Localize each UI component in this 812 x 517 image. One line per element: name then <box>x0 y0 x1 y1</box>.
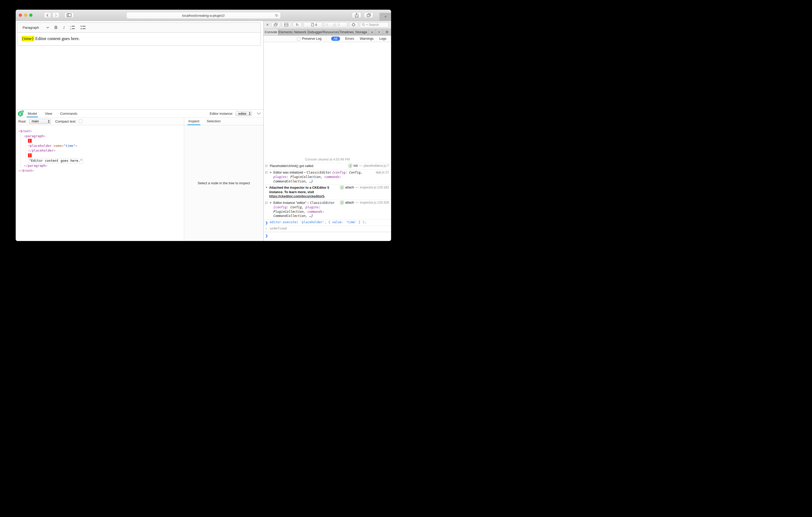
tab-model[interactable]: Model <box>27 110 37 117</box>
tab-view[interactable]: View <box>44 110 53 117</box>
close-devtools-button[interactable]: ✕ <box>266 23 269 27</box>
source-location-link[interactable]: inspector.js:133:182 <box>360 186 389 189</box>
devtools-tab-resources[interactable]: Resources <box>323 29 339 35</box>
search-placeholder: Search <box>369 23 379 27</box>
console-message[interactable]: ▼ Attached the inspector to a CKEditor 5… <box>264 185 391 200</box>
tabs-icon <box>367 13 371 17</box>
tab-overview-button[interactable] <box>364 12 373 18</box>
sidebar-toggle-button[interactable] <box>64 12 74 18</box>
result-arrow-icon: <· <box>265 227 267 230</box>
address-bar[interactable]: localhost/creating-a-plugin2/ ↻ <box>126 12 281 19</box>
tree-node-root-close[interactable]: </$root> <box>18 168 184 173</box>
editor-instance-select[interactable]: editor <box>236 111 252 116</box>
forward-button[interactable] <box>52 12 59 18</box>
source-location-link[interactable]: app.js:21 <box>376 171 389 174</box>
tree-node-placeholder-close[interactable]: </placeholder> <box>28 148 184 153</box>
ckeditor-editor: Paragraph B I 1 2 <box>17 23 261 46</box>
selection-start-marker: [ <box>28 139 32 143</box>
tab-selection[interactable]: Selection <box>206 117 221 125</box>
console-cleared-message: Console cleared at 4:53:46 PM <box>264 156 391 163</box>
inspect-empty-message: Select a node in the tree to inspect <box>198 181 250 185</box>
detach-icon <box>274 23 278 26</box>
warning-count: 0 <box>338 23 340 27</box>
disclosure-triangle-icon[interactable]: ▼ <box>265 186 269 189</box>
devtools-tab-network[interactable]: Network <box>293 29 308 35</box>
zoom-window-button[interactable] <box>29 13 32 17</box>
dock-side-button[interactable] <box>282 22 291 27</box>
console-prompt[interactable]: ❯ <box>264 232 391 241</box>
updown-arrows-icon <box>48 120 50 123</box>
svg-text:2: 2 <box>70 28 71 30</box>
bulleted-list-icon <box>81 25 86 30</box>
new-tab-button[interactable]: + <box>380 13 391 21</box>
log-message-icon <box>265 171 268 174</box>
disclosure-triangle-icon[interactable]: ▶ <box>270 201 273 204</box>
filter-errors[interactable]: Errors <box>345 37 355 41</box>
devtools-tab-console[interactable]: Console <box>264 29 278 35</box>
placeholder-widget[interactable]: {time} <box>22 36 34 41</box>
tree-node-paragraph-open[interactable]: <paragraph> <box>24 134 184 139</box>
ckeditor-inspector-panel: 5 Model View Commands Editor instance: e… <box>16 110 263 241</box>
devtools-search-field[interactable]: Search <box>360 22 389 27</box>
console-message[interactable]: ▶ Editor was initialized – ClassicEditor… <box>264 170 391 185</box>
log-message-icon <box>265 201 268 204</box>
bulleted-list-button[interactable] <box>81 25 86 30</box>
tree-node-paragraph-close[interactable]: </paragraph> <box>24 163 184 168</box>
console-message[interactable]: ▶ Editor instance "editor" – ClassicEdit… <box>264 200 391 219</box>
plus-icon: + <box>384 14 387 19</box>
preserve-log-checkbox[interactable] <box>297 37 300 40</box>
devtools-tab-bar: Console Elements Network Debugger Resour… <box>264 29 391 35</box>
log-text: Editor was initialized <box>273 171 303 174</box>
filter-warnings[interactable]: Warnings <box>359 37 374 41</box>
error-icon <box>322 23 325 26</box>
devtools-tab-debugger[interactable]: Debugger <box>308 29 323 35</box>
collapse-inspector-chevron-icon[interactable] <box>257 112 261 115</box>
inspector-controls-row: Root: main Compact text: Inspect Selecti… <box>16 117 263 125</box>
paragraph-dropdown[interactable]: Paragraph <box>23 26 49 30</box>
tab-commands[interactable]: Commands <box>59 110 78 117</box>
bold-button[interactable]: B <box>54 25 58 30</box>
disclosure-triangle-icon[interactable]: ▶ <box>270 171 273 174</box>
devtools-tab-timelines[interactable]: Timelines <box>339 29 354 35</box>
element-picker-button[interactable] <box>349 22 358 27</box>
editor-content[interactable]: {time} Editor content goes here. <box>17 33 261 45</box>
tree-text-node[interactable]: "Editor content goes here." <box>28 158 83 163</box>
window-controls <box>19 13 32 17</box>
detach-devtools-button[interactable] <box>271 22 280 27</box>
resource-status-group[interactable]: 4 0 0 <box>303 22 347 27</box>
console-message[interactable]: PlaceholderUI#init() got called f init —… <box>264 163 391 170</box>
minimize-window-button[interactable] <box>24 13 27 17</box>
devtools-tab-storage[interactable]: Storage <box>354 29 369 35</box>
selection-end-marker: ] <box>28 153 32 157</box>
source-location-link[interactable]: inspector.js:133:326 <box>360 201 389 204</box>
back-button[interactable] <box>44 12 51 18</box>
more-tabs-button[interactable]: » <box>369 29 376 35</box>
root-select[interactable]: main <box>29 119 51 124</box>
tab-inspect[interactable]: Inspect <box>188 117 200 125</box>
devtools-tab-elements[interactable]: Elements <box>278 29 293 35</box>
settings-gear-icon[interactable]: ⚙ <box>383 29 391 35</box>
chevron-right-icon <box>55 13 57 17</box>
tree-node-placeholder-open[interactable]: <placeholder name="time"> <box>28 144 184 149</box>
italic-button[interactable]: I <box>63 25 65 30</box>
preserve-log-label: Preserve Log <box>302 37 321 40</box>
reload-page-button[interactable]: ↻ <box>293 22 301 27</box>
compact-text-checkbox[interactable] <box>79 119 82 123</box>
numbered-list-button[interactable]: 1 2 <box>70 25 75 30</box>
chevron-left-icon <box>46 13 49 17</box>
updown-arrows-icon <box>249 112 251 115</box>
ckeditor-docs-link[interactable]: https://ckeditor.com/docs/ckeditor5 <box>269 194 324 198</box>
console-executed-command[interactable]: ❯ editor.execute( 'placeholder', { value… <box>264 219 391 225</box>
ckeditor-logo-icon: 5 <box>18 111 24 117</box>
share-button[interactable] <box>352 12 361 18</box>
tree-node-root-open[interactable]: <$root> <box>18 129 184 134</box>
add-tab-button[interactable]: + <box>376 29 383 35</box>
console-result[interactable]: <· undefined <box>264 225 391 232</box>
result-text: undefined <box>270 226 389 231</box>
browser-titlebar: localhost/creating-a-plugin2/ ↻ + <box>16 10 391 21</box>
close-window-button[interactable] <box>19 13 22 17</box>
filter-logs[interactable]: Logs <box>379 37 387 41</box>
reload-icon[interactable]: ↻ <box>275 13 278 18</box>
source-location-link[interactable]: placeholderui.js:7 <box>364 164 389 168</box>
filter-all[interactable]: All <box>331 37 340 41</box>
